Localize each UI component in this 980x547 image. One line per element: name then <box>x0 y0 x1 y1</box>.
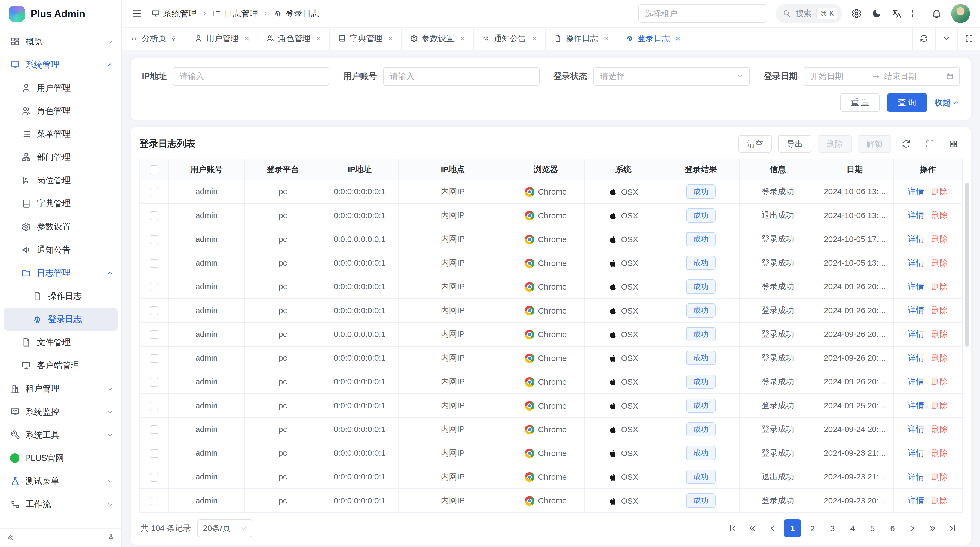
delete-link[interactable]: 删除 <box>932 258 948 267</box>
detail-link[interactable]: 详情 <box>908 424 924 434</box>
row-checkbox[interactable] <box>150 425 158 434</box>
row-checkbox[interactable] <box>150 378 158 386</box>
sidebar-item[interactable]: 字典管理 <box>0 192 121 215</box>
sidebar-item[interactable]: 文件管理 <box>0 331 121 354</box>
tab-close-icon[interactable]: × <box>675 34 681 43</box>
row-checkbox[interactable] <box>150 473 158 482</box>
page-size-select[interactable]: 20条/页 <box>197 520 252 537</box>
app-logo[interactable]: Plus Admin <box>0 0 121 27</box>
detail-link[interactable]: 详情 <box>908 353 924 362</box>
page-button[interactable]: 4 <box>844 520 861 537</box>
page-button[interactable]: 3 <box>824 520 841 537</box>
reset-button[interactable]: 重 置 <box>840 93 880 112</box>
jump-back-button[interactable] <box>744 520 761 537</box>
sidebar-item[interactable]: 系统监控 <box>0 400 121 423</box>
delete-link[interactable]: 删除 <box>932 496 948 505</box>
delete-link[interactable]: 删除 <box>932 306 948 315</box>
sidebar-item[interactable]: 系统管理 <box>0 53 121 76</box>
tab-close-icon[interactable]: × <box>531 34 537 43</box>
maximize-content-icon[interactable] <box>958 27 980 49</box>
collapse-filter-link[interactable]: 收起 <box>934 97 960 108</box>
sidebar-item[interactable]: PLUS官网 <box>0 447 121 470</box>
pin-sidebar-icon[interactable] <box>107 533 115 542</box>
detail-link[interactable]: 详情 <box>908 234 924 243</box>
fullscreen-icon[interactable] <box>911 8 922 19</box>
row-checkbox[interactable] <box>150 259 158 268</box>
collapse-sidebar-icon[interactable] <box>6 533 15 542</box>
row-checkbox[interactable] <box>150 402 158 410</box>
language-icon[interactable] <box>891 8 902 19</box>
dark-mode-icon[interactable] <box>871 8 882 19</box>
tab[interactable]: 角色管理× <box>258 27 330 49</box>
delete-link[interactable]: 删除 <box>932 472 948 481</box>
notifications-icon[interactable] <box>931 8 942 19</box>
detail-link[interactable]: 详情 <box>908 211 924 220</box>
page-button[interactable]: 1 <box>784 520 801 537</box>
page-button[interactable]: 5 <box>864 520 881 537</box>
sidebar-item[interactable]: 租户管理 <box>0 377 121 400</box>
table-scrollbar[interactable] <box>965 182 969 346</box>
breadcrumb-item[interactable]: 日志管理 <box>213 8 258 19</box>
detail-link[interactable]: 详情 <box>908 472 924 481</box>
row-checkbox[interactable] <box>150 449 158 458</box>
page-button[interactable]: 2 <box>804 520 821 537</box>
sidebar-item[interactable]: 操作日志 <box>0 285 121 308</box>
row-checkbox[interactable] <box>150 283 158 292</box>
refresh-tab-icon[interactable] <box>913 27 935 49</box>
sidebar-item[interactable]: 客户端管理 <box>0 354 121 377</box>
row-checkbox[interactable] <box>150 165 158 174</box>
delete-link[interactable]: 删除 <box>932 211 948 220</box>
row-checkbox[interactable] <box>150 235 158 244</box>
jump-forward-button[interactable] <box>924 520 941 537</box>
row-checkbox[interactable] <box>150 330 158 339</box>
tab[interactable]: 分析页 <box>122 27 186 49</box>
detail-link[interactable]: 详情 <box>908 187 924 196</box>
breadcrumb-item[interactable]: 登录日志 <box>274 8 319 19</box>
sidebar-item[interactable]: 工作流 <box>0 493 121 516</box>
sidebar-item[interactable]: 菜单管理 <box>0 123 121 146</box>
account-input[interactable] <box>383 67 539 86</box>
delete-link[interactable]: 删除 <box>932 282 948 291</box>
delete-link[interactable]: 删除 <box>932 401 948 410</box>
refresh-table-icon[interactable] <box>897 135 915 153</box>
detail-link[interactable]: 详情 <box>908 282 924 291</box>
sidebar-item[interactable]: 参数设置 <box>0 215 121 238</box>
settings-icon[interactable] <box>851 8 862 19</box>
delete-link[interactable]: 删除 <box>932 377 948 386</box>
column-settings-icon[interactable] <box>945 135 962 153</box>
sidebar-item[interactable]: 系统工具 <box>0 423 121 447</box>
delete-link[interactable]: 删除 <box>932 448 948 458</box>
unlock-button[interactable]: 解锁 <box>858 135 891 153</box>
tabs-menu-icon[interactable] <box>935 27 958 49</box>
page-button[interactable]: 6 <box>884 520 901 537</box>
export-button[interactable]: 导出 <box>778 135 811 153</box>
detail-link[interactable]: 详情 <box>908 401 924 410</box>
sidebar-item[interactable]: 概览 <box>0 30 121 53</box>
tab[interactable]: 登录日志× <box>617 27 689 49</box>
hamburger-icon[interactable] <box>132 8 142 19</box>
sidebar-item[interactable]: 角色管理 <box>0 99 121 123</box>
tab[interactable]: 字典管理× <box>330 27 402 49</box>
tab-close-icon[interactable]: × <box>388 34 393 43</box>
tab[interactable]: 用户管理× <box>186 27 258 49</box>
pin-icon[interactable] <box>170 35 178 43</box>
query-button[interactable]: 查 询 <box>887 93 927 112</box>
breadcrumb-item[interactable]: 系统管理 <box>151 8 197 19</box>
first-page-button[interactable] <box>724 520 741 537</box>
fullscreen-table-icon[interactable] <box>921 135 939 153</box>
sidebar-item[interactable]: 通知公告 <box>0 238 121 262</box>
row-checkbox[interactable] <box>150 306 158 315</box>
sidebar-item[interactable]: 登录日志 <box>4 308 118 331</box>
tab-close-icon[interactable]: × <box>460 34 465 43</box>
prev-page-button[interactable] <box>764 520 781 537</box>
delete-link[interactable]: 删除 <box>932 234 948 243</box>
tab[interactable]: 参数设置× <box>402 27 474 49</box>
row-checkbox[interactable] <box>150 188 158 196</box>
detail-link[interactable]: 详情 <box>908 306 924 315</box>
ip-input[interactable] <box>173 67 329 86</box>
sidebar-item[interactable]: 测试菜单 <box>0 470 121 493</box>
tab[interactable]: 通知公告× <box>474 27 546 49</box>
detail-link[interactable]: 详情 <box>908 258 924 267</box>
sidebar-item[interactable]: 岗位管理 <box>0 169 121 192</box>
detail-link[interactable]: 详情 <box>908 377 924 386</box>
